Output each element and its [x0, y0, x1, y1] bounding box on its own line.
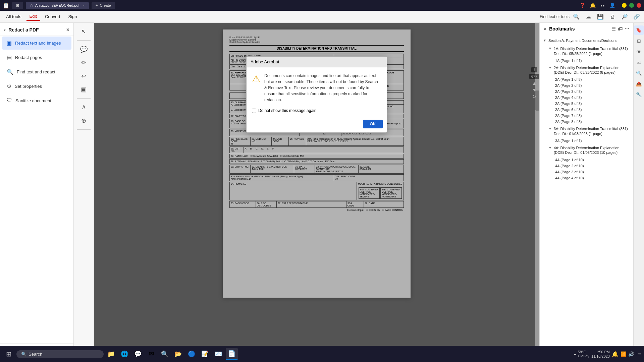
- bm-1a-p1[interactable]: 1A (Page 1 of 1): [545, 58, 633, 64]
- taskbar-bing-button[interactable]: 🔍: [159, 348, 171, 360]
- bm-4a-p4[interactable]: 4A (Page 4 of 10): [545, 175, 633, 181]
- panel-item-redact-pages-label: Redact pages: [15, 55, 42, 60]
- dont-show-checkbox[interactable]: [252, 109, 256, 113]
- bookmark-4a[interactable]: ▼ 4A: Disability Determination Explanati…: [545, 144, 633, 157]
- bm-4a-p2[interactable]: 4A (Page 2 of 10): [545, 163, 633, 169]
- taskbar-word-button[interactable]: 📝: [199, 348, 211, 360]
- apps-icon[interactable]: ⚏: [600, 3, 605, 8]
- bm-3a-chevron: ▼: [548, 127, 552, 130]
- sidebar-layers-icon[interactable]: ⊞: [634, 36, 644, 46]
- bm-3a-p1[interactable]: 3A (Page 1 of 1): [545, 138, 633, 144]
- save-local-icon[interactable]: 💾: [596, 12, 605, 21]
- sidebar-tools-icon[interactable]: 🔧: [634, 90, 644, 99]
- thumb-divider-2: [77, 98, 91, 99]
- back-icon[interactable]: ‹: [4, 27, 6, 33]
- notification-icon[interactable]: 🔔: [590, 3, 596, 8]
- bm-2a-p7[interactable]: 2A (Page 7 of 8): [545, 113, 633, 119]
- bm-2a-p5[interactable]: 2A (Page 5 of 8): [545, 101, 633, 107]
- panel-item-redact-pages[interactable]: ▤ Redact pages: [2, 51, 71, 64]
- bm-1a-chevron: ▼: [548, 47, 552, 50]
- titlebar-left: 📋 ⊞ ☆ AnitaLyonsEREOCRed.pdf × + Create: [3, 2, 577, 9]
- maximize-button[interactable]: [629, 3, 634, 8]
- panel-close-button[interactable]: ×: [66, 27, 69, 33]
- right-panel: × Bookmarks ☰ 🏷 ⋯ ▼ Section A. Payment D…: [539, 23, 633, 362]
- dialog-ok-button[interactable]: OK: [363, 120, 383, 128]
- sidebar-eye-icon[interactable]: 👁: [634, 47, 644, 56]
- close-button[interactable]: [637, 3, 641, 8]
- section-a-title: Section A. Payment Documents/Decisions: [548, 38, 630, 43]
- notification-tray-icon[interactable]: 🔔: [612, 351, 619, 357]
- bm-2a-p4[interactable]: 2A (Page 4 of 8): [545, 95, 633, 101]
- menubar: All tools Edit Convert Sign Find text or…: [0, 11, 644, 23]
- print-icon[interactable]: 🖨: [608, 12, 617, 21]
- bm-4a-p3[interactable]: 4A (Page 3 of 10): [545, 169, 633, 175]
- minimize-button[interactable]: [622, 3, 627, 8]
- taskbar-teams-button[interactable]: 💬: [132, 348, 144, 360]
- comment-tool-button[interactable]: 💬: [78, 43, 90, 55]
- eraser-tool-button[interactable]: ↩: [78, 70, 90, 82]
- left-panel: ‹ Redact a PDF × ▣ Redact text and image…: [0, 23, 74, 362]
- panel-item-find-redact[interactable]: 🔍 Find text and redact: [2, 65, 71, 78]
- sidebar-tag-icon[interactable]: 🏷: [634, 58, 644, 67]
- bookmark-section-a[interactable]: ▼ Section A. Payment Documents/Decisions: [540, 37, 633, 45]
- panel-item-set-properties[interactable]: ⚙ Set properties: [2, 80, 71, 93]
- volume-icon[interactable]: 🔊: [628, 351, 634, 357]
- bm-2a-group: ▼ 2A: Disability Determination Explanati…: [540, 64, 633, 125]
- panel-item-sanitize-label: Sanitize document: [15, 98, 51, 103]
- bm-2a-p2[interactable]: 2A (Page 2 of 8): [545, 82, 633, 88]
- bm-2a-p1[interactable]: 2A (Page 1 of 8): [545, 76, 633, 82]
- tab-star-icon: ☆: [30, 3, 33, 8]
- bm-4a-p1[interactable]: 4A (Page 1 of 10): [545, 157, 633, 163]
- avatar-icon[interactable]: 👤: [609, 3, 615, 8]
- tab-home[interactable]: ⊞: [12, 2, 23, 9]
- taskbar-mail-button[interactable]: ✉: [145, 348, 157, 360]
- right-icon-bar: 🔖 ⊞ 👁 🏷 🔍 📤 🔧: [633, 23, 644, 362]
- redact-mark-button[interactable]: ▣: [78, 83, 90, 96]
- menu-convert[interactable]: Convert: [42, 13, 64, 20]
- bookmark-1a[interactable]: ▼ 1A: Disability Determination Transmitt…: [545, 45, 633, 58]
- panel-item-find-redact-label: Find text and redact: [17, 69, 55, 74]
- bookmark-3a[interactable]: ▼ 3A: Disability Determination Transmitt…: [545, 125, 633, 138]
- right-panel-header-actions: ☰ 🏷 ⋯: [611, 26, 629, 32]
- save-cloud-icon[interactable]: ☁: [584, 12, 593, 21]
- menu-edit[interactable]: Edit: [26, 12, 40, 21]
- help-icon[interactable]: ❓: [580, 3, 585, 8]
- taskbar-outlook-button[interactable]: 📧: [212, 348, 224, 360]
- zoom-icon[interactable]: 🔎: [620, 12, 629, 21]
- taskbar-chrome-button[interactable]: 🔵: [185, 348, 198, 360]
- menu-all-tools[interactable]: All tools: [3, 13, 25, 20]
- taskbar-files-button[interactable]: 📁: [105, 348, 117, 360]
- tab-close-icon[interactable]: ×: [83, 3, 85, 7]
- bm-1a-title: 1A: Disability Determination Transmittal…: [554, 46, 630, 56]
- bookmark-2a[interactable]: ▼ 2A: Disability Determination Explanati…: [545, 64, 633, 77]
- panel-item-sanitize[interactable]: 🛡 Sanitize document: [2, 94, 71, 107]
- pen-tool-button[interactable]: ✏: [78, 57, 90, 69]
- bm-4a-chevron: ▼: [548, 146, 552, 149]
- stamp-tool-button[interactable]: ⊕: [78, 115, 90, 127]
- bookmark-tag-icon[interactable]: 🏷: [618, 26, 623, 32]
- share-icon[interactable]: 🔗: [632, 12, 641, 21]
- panel-item-redact-images[interactable]: ▣ Redact text and images: [2, 37, 71, 50]
- sidebar-bookmarks-icon[interactable]: 🔖: [634, 25, 644, 35]
- show-desktop-button[interactable]: ▭: [636, 352, 641, 356]
- panel-close-icon[interactable]: ×: [544, 26, 546, 32]
- taskbar-acrobat-button[interactable]: 📄: [226, 348, 238, 360]
- taskbar-explorer-button[interactable]: 📂: [172, 348, 184, 360]
- text-tool-button[interactable]: Ａ: [78, 101, 90, 113]
- cursor-tool-button[interactable]: ↖: [78, 25, 90, 38]
- bm-2a-p8[interactable]: 2A (Page 8 of 8): [545, 119, 633, 125]
- tab-new[interactable]: + Create: [92, 2, 115, 9]
- taskbar-edge-button[interactable]: 🌐: [118, 348, 130, 360]
- network-icon[interactable]: 📶: [621, 351, 626, 357]
- tab-file[interactable]: ☆ AnitaLyonsEREOCRed.pdf ×: [26, 2, 89, 9]
- bookmark-more-icon[interactable]: ⋯: [625, 26, 629, 32]
- sidebar-share-icon[interactable]: 📤: [634, 79, 644, 88]
- taskbar-search[interactable]: 🔍 Search: [16, 350, 104, 358]
- start-button[interactable]: ⊞: [3, 348, 15, 360]
- bm-2a-p6[interactable]: 2A (Page 6 of 8): [545, 107, 633, 113]
- sidebar-search-icon[interactable]: 🔍: [634, 68, 644, 78]
- bm-2a-p3[interactable]: 2A (Page 3 of 8): [545, 88, 633, 95]
- find-tools-search-icon[interactable]: 🔍: [572, 12, 581, 21]
- bookmark-list-icon[interactable]: ☰: [611, 26, 616, 32]
- menu-sign[interactable]: Sign: [65, 13, 80, 20]
